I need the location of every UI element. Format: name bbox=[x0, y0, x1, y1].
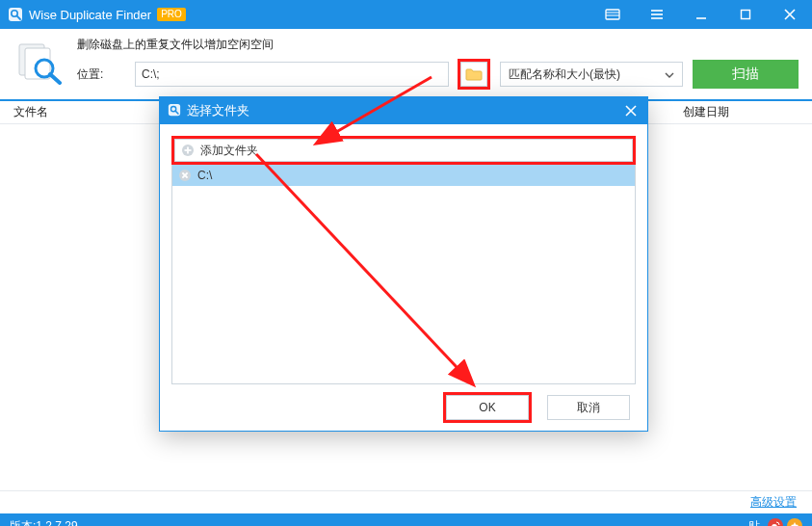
folder-item[interactable]: C:\ bbox=[172, 165, 635, 186]
folder-item-path: C:\ bbox=[197, 169, 212, 182]
cancel-button[interactable]: 取消 bbox=[547, 395, 630, 420]
plus-icon bbox=[181, 144, 195, 157]
path-input[interactable] bbox=[135, 62, 449, 87]
dialog-footer: OK 取消 bbox=[160, 384, 647, 431]
match-mode-value: 匹配名称和大小(最快) bbox=[509, 66, 620, 83]
svg-line-16 bbox=[50, 74, 60, 83]
dialog-logo-icon bbox=[168, 103, 181, 119]
share-label: 贴 bbox=[748, 518, 760, 527]
footer-link-row: 高级设置 bbox=[0, 490, 812, 513]
annotation-highlight-folder-button bbox=[458, 59, 490, 90]
app-logo-icon bbox=[8, 7, 23, 22]
close-button[interactable] bbox=[768, 0, 812, 29]
dialog-close-button[interactable] bbox=[615, 97, 647, 124]
ok-button-label: OK bbox=[479, 401, 495, 414]
dialog-titlebar: 选择文件夹 bbox=[160, 97, 647, 124]
share-generic-icon[interactable] bbox=[787, 518, 802, 526]
browse-folder-button[interactable] bbox=[460, 62, 487, 87]
titlebar-menu-button[interactable] bbox=[635, 0, 679, 29]
advanced-settings-link[interactable]: 高级设置 bbox=[750, 494, 797, 511]
scan-button-label: 扫描 bbox=[732, 66, 759, 83]
maximize-button[interactable] bbox=[723, 0, 768, 29]
version-label: 版本:1.2.7.29 bbox=[10, 518, 78, 527]
titlebar: Wise Duplicate Finder PRO bbox=[0, 0, 812, 29]
weibo-share-icon[interactable] bbox=[768, 518, 783, 526]
folder-icon bbox=[465, 67, 483, 81]
app-title: Wise Duplicate Finder bbox=[29, 8, 151, 22]
statusbar: 版本:1.2.7.29 贴 bbox=[0, 513, 812, 526]
add-folder-button[interactable]: 添加文件夹 bbox=[174, 139, 633, 162]
remove-folder-icon[interactable] bbox=[178, 169, 192, 182]
column-create-date[interactable]: 创建日期 bbox=[683, 104, 799, 120]
folder-list: C:\ bbox=[171, 165, 636, 384]
svg-rect-10 bbox=[742, 11, 750, 19]
annotation-highlight-ok-button: OK bbox=[443, 392, 532, 423]
svg-rect-3 bbox=[606, 10, 619, 19]
chevron-down-icon bbox=[665, 67, 674, 81]
titlebar-lang-button[interactable] bbox=[590, 0, 635, 29]
annotation-highlight-add-folder: 添加文件夹 bbox=[171, 136, 636, 165]
top-search-bar: 删除磁盘上的重复文件以增加空闲空间 位置: 匹配名称和大小(最快) bbox=[0, 29, 812, 101]
location-label: 位置: bbox=[77, 66, 125, 83]
search-illustration-icon bbox=[13, 40, 67, 87]
dialog-title: 选择文件夹 bbox=[187, 102, 249, 119]
description-text: 删除磁盘上的重复文件以增加空闲空间 bbox=[77, 37, 799, 53]
pro-badge: PRO bbox=[157, 8, 186, 21]
add-folder-label: 添加文件夹 bbox=[200, 143, 258, 159]
match-mode-select[interactable]: 匹配名称和大小(最快) bbox=[500, 62, 683, 87]
select-folder-dialog: 选择文件夹 添加文件夹 C:\ OK bbox=[159, 96, 648, 432]
cancel-button-label: 取消 bbox=[577, 400, 600, 416]
scan-button[interactable]: 扫描 bbox=[693, 60, 799, 89]
minimize-button[interactable] bbox=[679, 0, 723, 29]
ok-button[interactable]: OK bbox=[446, 395, 529, 420]
